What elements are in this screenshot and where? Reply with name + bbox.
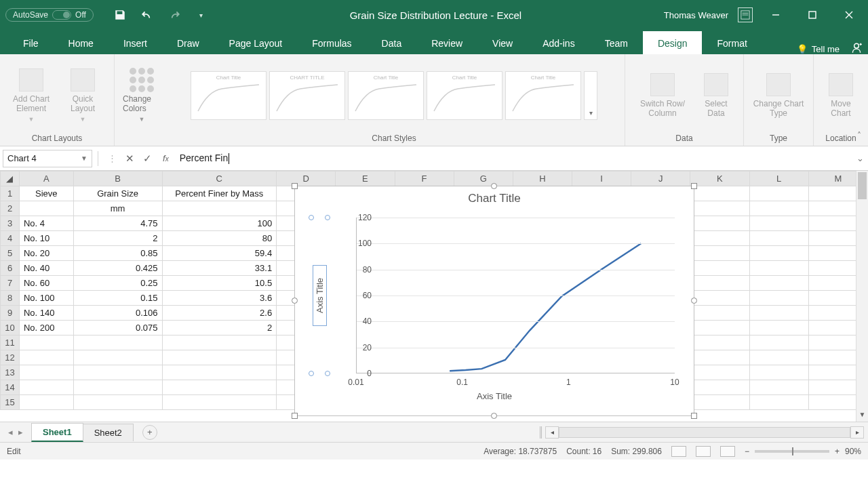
- chart-styles-more[interactable]: ▾: [584, 71, 597, 120]
- name-box[interactable]: Chart 4 ▼: [3, 150, 92, 167]
- qat-customize-icon[interactable]: ▾: [195, 9, 208, 21]
- cancel-formula-button[interactable]: ✕: [121, 152, 138, 165]
- cell[interactable]: [690, 186, 749, 201]
- cell[interactable]: [749, 261, 808, 276]
- fx-icon[interactable]: fx: [156, 153, 176, 163]
- row-header[interactable]: 1: [1, 186, 20, 201]
- quick-layout-button[interactable]: Quick Layout ▼: [60, 68, 106, 123]
- cell[interactable]: 3.6: [162, 291, 277, 306]
- cell[interactable]: No. 20: [19, 246, 73, 261]
- cell[interactable]: [749, 201, 808, 216]
- cell[interactable]: [690, 336, 749, 350]
- cell[interactable]: [73, 365, 162, 380]
- resize-handle[interactable]: [292, 183, 298, 189]
- sheet-nav-prev[interactable]: ◂: [8, 427, 13, 437]
- chart-style-1[interactable]: Chart Title: [191, 71, 267, 120]
- cell[interactable]: 59.4: [162, 246, 277, 261]
- cell[interactable]: [19, 350, 73, 365]
- close-button[interactable]: [835, 5, 863, 25]
- selection-handle[interactable]: [325, 215, 330, 220]
- zoom-in-button[interactable]: +: [835, 447, 840, 456]
- normal-view-button[interactable]: [671, 446, 686, 457]
- cell[interactable]: [749, 186, 808, 201]
- cell[interactable]: [749, 306, 808, 321]
- tab-design[interactable]: Design: [643, 31, 703, 54]
- col-header[interactable]: F: [395, 171, 454, 186]
- zoom-out-button[interactable]: −: [745, 447, 749, 456]
- cell[interactable]: [19, 365, 73, 380]
- row-header[interactable]: 15: [1, 395, 20, 410]
- tab-draw[interactable]: Draw: [162, 31, 214, 54]
- scroll-right-button[interactable]: ▸: [850, 426, 864, 439]
- redo-icon[interactable]: [168, 9, 180, 21]
- tab-insert[interactable]: Insert: [108, 31, 162, 54]
- row-header[interactable]: 14: [1, 380, 20, 395]
- plot-area[interactable]: [356, 218, 675, 373]
- tab-split-handle[interactable]: [540, 426, 545, 439]
- cell[interactable]: 0.85: [73, 246, 162, 261]
- cell[interactable]: [690, 395, 749, 410]
- user-avatar-icon[interactable]: [738, 7, 753, 22]
- cell[interactable]: [73, 380, 162, 395]
- row-header[interactable]: 2: [1, 201, 20, 216]
- cell[interactable]: [749, 276, 808, 291]
- col-header[interactable]: A: [19, 171, 73, 186]
- cell[interactable]: No. 140: [19, 306, 73, 321]
- selection-handle[interactable]: [309, 371, 314, 376]
- cell[interactable]: 10.5: [162, 276, 277, 291]
- cell[interactable]: [162, 365, 277, 380]
- cell[interactable]: 0.075: [73, 321, 162, 336]
- cell[interactable]: [749, 321, 808, 336]
- cell[interactable]: [162, 395, 277, 410]
- chart-style-5[interactable]: Chart Title: [505, 71, 581, 120]
- tab-page-layout[interactable]: Page Layout: [214, 31, 298, 54]
- vertical-scrollbar[interactable]: ▲ ▼: [856, 171, 868, 422]
- expand-formula-bar-button[interactable]: ⌄: [852, 153, 868, 163]
- page-break-view-button[interactable]: [720, 446, 735, 457]
- tab-view[interactable]: View: [477, 31, 528, 54]
- cell[interactable]: [73, 395, 162, 410]
- cell[interactable]: [690, 365, 749, 380]
- select-data-button[interactable]: Select Data: [697, 73, 735, 118]
- cell[interactable]: [749, 216, 808, 231]
- embedded-chart[interactable]: Chart Title Axis Title 020406080100120 0…: [294, 186, 694, 416]
- tab-file[interactable]: File: [8, 31, 54, 54]
- horizontal-scrollbar[interactable]: ◂ ▸: [540, 426, 868, 439]
- sheet-tab-sheet2[interactable]: Sheet2: [83, 424, 134, 441]
- column-headers[interactable]: ◢ A B C D E F G H I J K L M: [1, 171, 868, 186]
- cell[interactable]: 0.25: [73, 276, 162, 291]
- scrollbar-thumb[interactable]: [858, 172, 867, 199]
- y-axis-title-selected[interactable]: Axis Title: [311, 218, 328, 373]
- cell[interactable]: [690, 231, 749, 246]
- col-header[interactable]: G: [454, 171, 513, 186]
- cell[interactable]: 2: [162, 321, 277, 336]
- cell[interactable]: 100: [162, 216, 277, 231]
- row-header[interactable]: 12: [1, 350, 20, 365]
- col-header[interactable]: E: [336, 171, 395, 186]
- tell-me-search[interactable]: 💡 Tell me: [797, 44, 845, 54]
- x-axis-title[interactable]: Axis Title: [295, 391, 694, 401]
- cell[interactable]: No. 200: [19, 321, 73, 336]
- row-header[interactable]: 9: [1, 306, 20, 321]
- maximize-button[interactable]: [799, 5, 826, 25]
- zoom-control[interactable]: − + 90%: [745, 447, 861, 456]
- cell[interactable]: Grain Size: [73, 186, 162, 201]
- cell[interactable]: Percent Finer by Mass: [162, 186, 277, 201]
- fbar-options-icon[interactable]: ⋮: [104, 153, 121, 163]
- tab-home[interactable]: Home: [54, 31, 108, 54]
- row-header[interactable]: 13: [1, 365, 20, 380]
- tab-data[interactable]: Data: [367, 31, 417, 54]
- col-header[interactable]: I: [572, 171, 631, 186]
- resize-handle[interactable]: [491, 413, 497, 419]
- cell[interactable]: [690, 261, 749, 276]
- tab-formulas[interactable]: Formulas: [297, 31, 366, 54]
- cell[interactable]: [19, 380, 73, 395]
- tab-addins[interactable]: Add-ins: [528, 31, 589, 54]
- cell[interactable]: [162, 350, 277, 365]
- cell[interactable]: [749, 380, 808, 395]
- cell[interactable]: [73, 336, 162, 350]
- col-header[interactable]: H: [513, 171, 572, 186]
- cell[interactable]: [749, 246, 808, 261]
- col-header[interactable]: L: [749, 171, 808, 186]
- select-all-button[interactable]: ◢: [1, 171, 20, 186]
